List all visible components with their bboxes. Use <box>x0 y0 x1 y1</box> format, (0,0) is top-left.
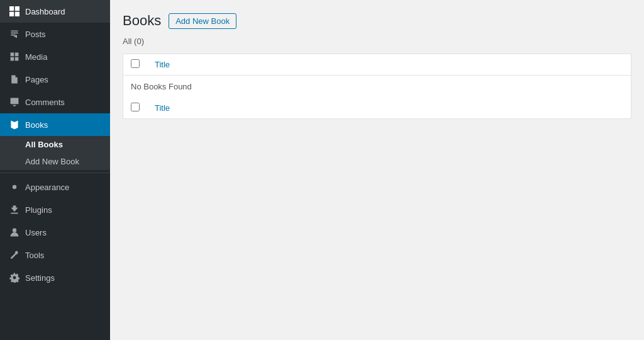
page-title: Books <box>123 13 161 29</box>
page-header: Books Add New Book <box>123 13 631 29</box>
table-header-row: Title <box>123 54 631 76</box>
tools-icon <box>9 249 20 261</box>
sidebar-item-users[interactable]: Users <box>0 221 110 244</box>
svg-point-5 <box>13 229 16 232</box>
settings-icon <box>9 272 20 283</box>
filter-all-link[interactable]: All (0) <box>123 37 144 46</box>
no-books-cell: No Books Found <box>123 76 631 98</box>
sidebar-item-plugins[interactable]: Plugins <box>0 198 110 221</box>
filter-all-label: All <box>123 37 131 46</box>
sidebar-item-dashboard[interactable]: Dashboard <box>0 0 110 23</box>
table-footer-row: Title <box>123 98 631 119</box>
header-checkbox-cell <box>123 54 148 76</box>
users-label: Users <box>25 228 47 237</box>
header-title-cell: Title <box>147 54 631 76</box>
appearance-label: Appearance <box>25 183 69 192</box>
footer-checkbox-cell <box>123 98 148 119</box>
books-icon <box>9 119 20 130</box>
sidebar-item-posts[interactable]: Posts <box>0 23 110 45</box>
filter-bar: All (0) <box>123 37 631 46</box>
submenu-all-books[interactable]: All Books <box>0 136 110 153</box>
add-new-book-button[interactable]: Add New Book <box>169 13 236 29</box>
svg-rect-2 <box>9 12 14 16</box>
dashboard-icon <box>9 6 20 17</box>
footer-select-all-checkbox[interactable] <box>131 103 140 111</box>
svg-rect-0 <box>9 6 14 11</box>
media-label: Media <box>25 52 47 62</box>
sidebar-divider <box>0 173 110 173</box>
plugins-icon <box>9 204 20 215</box>
submenu-add-new-book[interactable]: Add New Book <box>0 153 110 170</box>
pages-label: Pages <box>25 75 48 84</box>
no-books-row: No Books Found <box>123 76 631 98</box>
posts-icon <box>9 28 20 40</box>
svg-rect-3 <box>15 12 19 16</box>
sidebar-item-pages[interactable]: Pages <box>0 68 110 91</box>
plugins-label: Plugins <box>25 205 52 215</box>
footer-title-link[interactable]: Title <box>155 103 170 113</box>
filter-count: (0) <box>134 37 144 46</box>
sidebar-item-appearance[interactable]: Appearance <box>0 176 110 198</box>
media-icon <box>9 51 20 62</box>
comments-icon <box>9 96 20 108</box>
header-title-link[interactable]: Title <box>155 60 170 69</box>
sidebar-item-comments[interactable]: Comments <box>0 91 110 113</box>
footer-title-cell: Title <box>147 98 631 119</box>
sidebar-item-media[interactable]: Media <box>0 45 110 68</box>
pages-icon <box>9 74 20 85</box>
settings-label: Settings <box>25 273 55 283</box>
books-label: Books <box>25 120 48 130</box>
dashboard-label: Dashboard <box>25 7 65 16</box>
users-icon <box>9 227 20 238</box>
svg-point-4 <box>13 185 16 189</box>
posts-label: Posts <box>25 30 46 39</box>
comments-label: Comments <box>25 98 65 107</box>
books-table: Title No Books Found Title <box>123 54 631 119</box>
sidebar-item-tools[interactable]: Tools <box>0 244 110 266</box>
main-content: Books Add New Book All (0) Title No Book… <box>110 0 644 340</box>
sidebar-item-books[interactable]: Books <box>0 113 110 136</box>
books-submenu: All Books Add New Book <box>0 136 110 170</box>
tools-label: Tools <box>25 251 44 260</box>
appearance-icon <box>9 181 20 193</box>
svg-rect-1 <box>15 6 19 11</box>
sidebar: Dashboard Posts Media Pages Comments Boo… <box>0 0 110 340</box>
sidebar-item-settings[interactable]: Settings <box>0 266 110 289</box>
select-all-checkbox[interactable] <box>131 59 140 68</box>
